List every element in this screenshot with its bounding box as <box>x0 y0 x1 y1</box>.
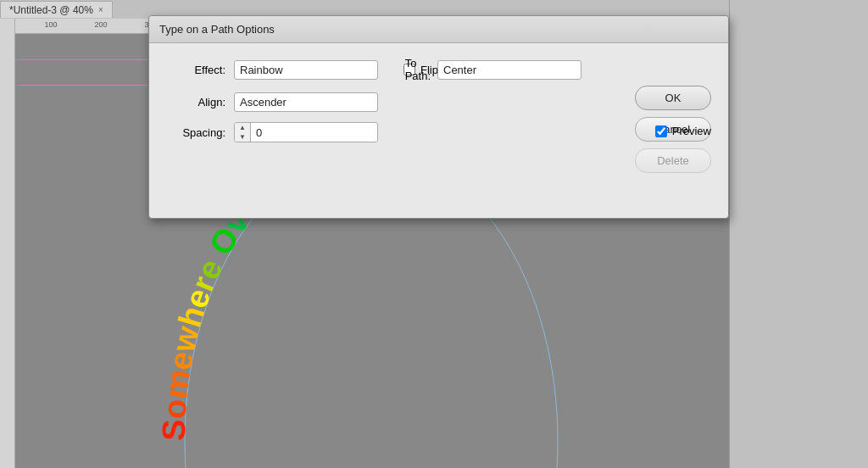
spacing-input-cell: ▲ ▼ ▼ <box>234 122 387 142</box>
tab-title: *Untitled-3 @ 40% <box>9 4 93 16</box>
spin-buttons: ▲ ▼ <box>235 123 251 142</box>
tab-close-button[interactable]: × <box>98 5 103 14</box>
align-select-cell: Ascender Descender Center Baseline Em Bo… <box>234 92 387 112</box>
vertical-ruler <box>0 19 15 468</box>
effect-label-cell: Effect: <box>166 64 234 76</box>
spacing-input-wrapper: ▲ ▼ ▼ <box>234 122 378 142</box>
right-panel <box>729 0 868 468</box>
spacing-input[interactable] <box>251 124 378 142</box>
dialog-form: Effect: Rainbow Skew 3D Ribbon Stair Ste… <box>149 43 728 151</box>
preview-row: Preview <box>655 125 711 137</box>
spacing-label: Spacing: <box>182 126 225 139</box>
effect-select-wrapper: Rainbow Skew 3D Ribbon Stair Step Gravit… <box>234 60 378 80</box>
document-tab[interactable]: *Untitled-3 @ 40% × <box>0 1 113 18</box>
effect-select-cell: Rainbow Skew 3D Ribbon Stair Step Gravit… <box>234 60 387 80</box>
to-path-select[interactable]: Top Center Bottom <box>437 60 581 80</box>
align-label: Align: <box>198 96 225 109</box>
preview-checkbox[interactable] <box>655 125 667 137</box>
to-path-select-wrapper: Top Center Bottom <box>437 60 581 80</box>
type-on-path-dialog: Type on a Path Options Effect: Rainbow S… <box>148 15 729 219</box>
preview-label: Preview <box>672 125 711 137</box>
dialog-overlay: Type on a Path Options Effect: Rainbow S… <box>148 0 733 220</box>
to-path-label-cell: To Path: Top Center Bottom <box>437 57 590 82</box>
align-select-wrapper: Ascender Descender Center Baseline Em Bo… <box>234 92 378 112</box>
to-path-label: To Path: <box>405 57 431 82</box>
effect-label: Effect: <box>194 64 225 76</box>
dialog-title-bar: Type on a Path Options <box>149 16 728 43</box>
form-grid: Effect: Rainbow Skew 3D Ribbon Stair Ste… <box>166 57 711 142</box>
align-select[interactable]: Ascender Descender Center Baseline Em Bo… <box>234 92 378 112</box>
effect-select[interactable]: Rainbow Skew 3D Ribbon Stair Step Gravit… <box>234 60 378 80</box>
delete-button: Delete <box>635 148 711 173</box>
spacing-label-cell: Spacing: <box>166 126 234 139</box>
align-label-cell: Align: <box>166 96 234 109</box>
ok-button[interactable]: OK <box>635 86 711 110</box>
dialog-title: Type on a Path Options <box>159 23 275 36</box>
spin-up-button[interactable]: ▲ <box>235 123 250 132</box>
spin-down-button[interactable]: ▼ <box>235 132 250 142</box>
